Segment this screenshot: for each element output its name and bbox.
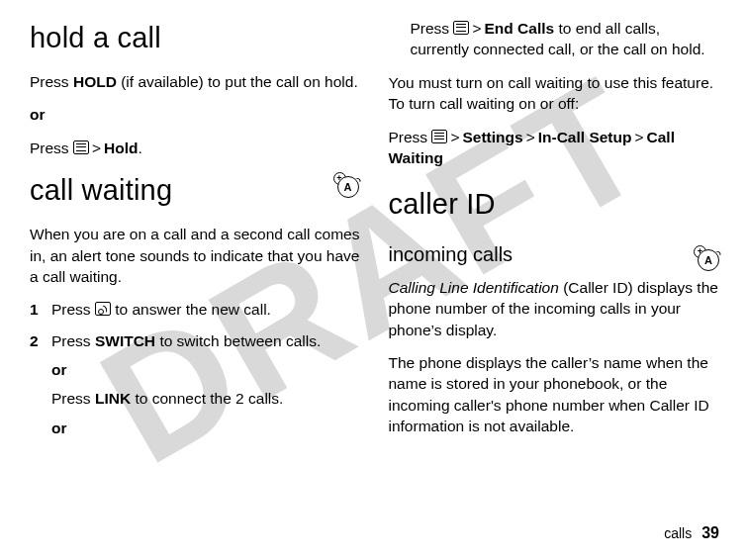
gt-icon: > — [469, 18, 484, 39]
feature-icon: + A — [333, 172, 359, 203]
heading-incoming-calls: incoming calls — [389, 241, 720, 269]
step-text: Press SWITCH to switch between calls. or… — [51, 330, 361, 439]
footer-page-number: 39 — [701, 524, 719, 541]
step-number: 1 — [30, 299, 51, 320]
step2-line1: Press SWITCH to switch between calls. — [51, 330, 361, 351]
text: Press — [51, 390, 95, 407]
heading-row: + A call waiting — [30, 170, 361, 210]
or-label: or — [51, 359, 361, 380]
send-key-icon — [95, 302, 111, 316]
menu-key-icon — [453, 21, 469, 35]
key-link: LINK — [95, 390, 131, 407]
cli-term: Calling Line Identification — [389, 279, 559, 296]
right-column: Press >End Calls to end all calls, curre… — [389, 18, 720, 513]
heading-row: + A incoming calls — [389, 241, 720, 269]
antenna-a-icon: A — [698, 249, 719, 271]
menu-key-icon — [431, 130, 447, 143]
key-hold: HOLD — [73, 73, 117, 90]
step-2: 2 Press SWITCH to switch between calls. … — [30, 330, 361, 439]
key-incall-setup: In-Call Setup — [538, 129, 632, 145]
antenna-a-icon: A — [337, 176, 359, 198]
call-waiting-intro: When you are on a call and a second call… — [30, 224, 361, 287]
menu-key-icon — [73, 140, 89, 154]
incoming-p2: The phone displays the caller’s name whe… — [389, 352, 720, 437]
gt-icon: > — [447, 127, 462, 147]
text: Press — [30, 73, 73, 90]
network-feature-icon: + A — [333, 172, 359, 198]
step-number: 2 — [30, 330, 51, 439]
incoming-p1: Calling Line Identification (Caller ID) … — [389, 277, 720, 340]
network-feature-icon: + A — [694, 245, 719, 271]
page-footer: calls39 — [664, 524, 719, 542]
heading-hold-a-call: hold a call — [30, 18, 361, 57]
key-switch: SWITCH — [95, 332, 155, 349]
text: Press — [411, 20, 454, 37]
text: to connect the 2 calls. — [131, 390, 283, 407]
or-label: or — [30, 104, 361, 125]
text: (if available) to put the call on hold. — [117, 73, 358, 90]
end-calls-line: Press >End Calls to end all calls, curre… — [389, 18, 720, 60]
key-end-calls: End Calls — [485, 20, 555, 37]
menu-path: Press >Settings>In-Call Setup>Call Waiti… — [389, 127, 720, 169]
must-turn-on: You must turn on call waiting to use thi… — [389, 72, 720, 115]
gt-icon: > — [89, 138, 104, 158]
page-body: hold a call Press HOLD (if available) to… — [0, 0, 747, 513]
step-text: Press to answer the new call. — [51, 299, 361, 320]
key-hold-menu: Hold — [104, 140, 138, 156]
gt-icon: > — [523, 127, 538, 147]
gt-icon: > — [631, 127, 646, 147]
left-column: hold a call Press HOLD (if available) to… — [30, 18, 361, 513]
step-1: 1 Press to answer the new call. — [30, 299, 361, 320]
heading-caller-id: caller ID — [389, 184, 720, 224]
step2-line2: Press LINK to connect the 2 calls. — [51, 388, 361, 409]
heading-call-waiting: call waiting — [30, 170, 361, 210]
or-label: or — [51, 418, 361, 438]
key-settings: Settings — [463, 129, 523, 145]
text: to switch between calls. — [155, 332, 321, 349]
text: Press — [389, 129, 432, 145]
hold-line-2: Press >Hold. — [30, 138, 361, 158]
feature-icon: + A — [694, 245, 719, 276]
footer-section: calls — [664, 525, 692, 541]
text: Press — [30, 140, 73, 156]
text: to answer the new call. — [111, 301, 271, 318]
text: Press — [51, 301, 95, 318]
hold-line-1: Press HOLD (if available) to put the cal… — [30, 71, 361, 92]
text: . — [138, 140, 141, 156]
text: Press — [51, 332, 95, 349]
